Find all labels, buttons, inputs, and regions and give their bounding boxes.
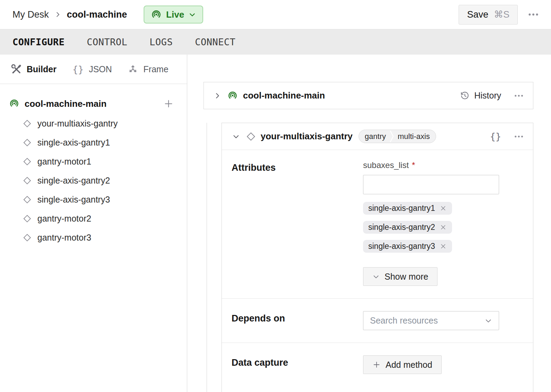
- tree-item-your-multiaxis-gantry[interactable]: your-multiaxis-gantry: [0, 114, 187, 133]
- tree-item-label: your-multiaxis-gantry: [37, 119, 118, 129]
- chip-label: single-axis-gantry3: [368, 242, 435, 251]
- broadcast-icon: [9, 99, 19, 109]
- component-diamond-icon: [246, 132, 256, 141]
- component-diamond-icon: [23, 119, 31, 128]
- required-marker: *: [412, 160, 415, 170]
- history-clock-icon: [460, 91, 470, 101]
- tree-item-label: single-axis-gantry3: [37, 195, 110, 205]
- component-diamond-icon: [23, 157, 31, 166]
- tag-divider-chevron: [389, 130, 394, 143]
- tree-item-gantry-motor1[interactable]: gantry-motor1: [0, 152, 187, 171]
- live-status-badge[interactable]: Live: [144, 6, 203, 24]
- tools-icon: [11, 64, 21, 74]
- history-label: History: [474, 91, 501, 101]
- tree-item-single-axis-gantry1[interactable]: single-axis-gantry1: [0, 133, 187, 152]
- chevron-right-icon: [54, 11, 61, 18]
- collapse-chevron-down-icon[interactable]: [232, 133, 240, 140]
- search-resources-select[interactable]: Search resources: [363, 311, 499, 330]
- add-method-button[interactable]: Add method: [363, 355, 442, 374]
- remove-chip-button[interactable]: [440, 243, 447, 250]
- subaxes-list-input[interactable]: [363, 175, 499, 194]
- show-more-button[interactable]: Show more: [363, 267, 437, 286]
- expand-chevron-right-icon[interactable]: [214, 92, 221, 100]
- mode-frame-label: Frame: [143, 64, 168, 74]
- tree-item-single-axis-gantry3[interactable]: single-axis-gantry3: [0, 190, 187, 209]
- tree-item-label: gantry-motor1: [37, 157, 91, 167]
- ellipsis-icon: [514, 91, 524, 101]
- depends-on-section: Depends on Search resources: [222, 298, 533, 343]
- breadcrumb: My Desk cool-machine: [12, 9, 127, 20]
- depends-on-heading: Depends on: [232, 311, 363, 330]
- select-placeholder: Search resources: [370, 316, 438, 326]
- chip-single-axis-gantry2: single-axis-gantry2: [363, 221, 452, 234]
- main-tabbar: CONFIGURE CONTROL LOGS CONNECT: [0, 29, 551, 55]
- tag-multi-axis: multi-axis: [394, 130, 436, 143]
- ellipsis-icon: [514, 131, 524, 142]
- mode-json[interactable]: {} JSON: [72, 64, 112, 75]
- component-card-header: your-multiaxis-gantry gantry multi-axis …: [222, 123, 533, 150]
- builder-sidebar: Builder {} JSON Frame: [0, 55, 187, 392]
- history-button[interactable]: History: [460, 91, 501, 101]
- more-options-button[interactable]: [514, 131, 524, 142]
- top-header: My Desk cool-machine Live Save ⌘S: [0, 0, 551, 29]
- attributes-fields: subaxes_list * single-axis-gantry1 singl…: [363, 160, 499, 286]
- tag-gantry: gantry: [359, 130, 389, 143]
- breadcrumb-parent-link[interactable]: My Desk: [12, 9, 49, 20]
- save-shortcut: ⌘S: [494, 9, 509, 20]
- tab-connect[interactable]: CONNECT: [195, 37, 235, 47]
- chevron-down-icon: [485, 317, 492, 325]
- machine-part-title: cool-machine-main: [243, 90, 325, 101]
- component-type-tags: gantry multi-axis: [359, 130, 436, 143]
- subaxes-chip-list: single-axis-gantry1 single-axis-gantry2: [363, 202, 452, 253]
- connector-line: [207, 123, 207, 392]
- broadcast-icon: [227, 91, 238, 101]
- chip-single-axis-gantry3: single-axis-gantry3: [363, 240, 452, 253]
- view-mode-switcher: Builder {} JSON Frame: [0, 55, 187, 84]
- chip-label: single-axis-gantry2: [368, 223, 435, 232]
- component-diamond-icon: [23, 214, 31, 223]
- show-more-label: Show more: [385, 272, 428, 282]
- tree-item-gantry-motor3[interactable]: gantry-motor3: [0, 228, 187, 247]
- tree-item-label: single-axis-gantry2: [37, 176, 110, 186]
- tree-root-label: cool-machine-main: [25, 99, 107, 109]
- tree-root-machine[interactable]: cool-machine-main: [0, 93, 187, 114]
- breadcrumb-current: cool-machine: [67, 9, 127, 20]
- broadcast-icon: [151, 9, 162, 20]
- tree-item-label: single-axis-gantry1: [37, 138, 110, 148]
- data-capture-heading: Data capture: [232, 355, 363, 374]
- component-diamond-icon: [23, 176, 31, 185]
- mode-frame[interactable]: Frame: [128, 64, 168, 74]
- remove-chip-button[interactable]: [440, 205, 447, 212]
- chip-label: single-axis-gantry1: [368, 204, 435, 213]
- frame-axes-icon: [128, 64, 138, 74]
- component-diamond-icon: [23, 233, 31, 242]
- more-options-button[interactable]: [527, 9, 539, 20]
- live-label: Live: [166, 9, 184, 20]
- field-name: subaxes_list: [363, 160, 409, 170]
- component-diamond-icon: [23, 138, 31, 147]
- tree-item-gantry-motor2[interactable]: gantry-motor2: [0, 209, 187, 228]
- plus-icon: [372, 361, 381, 369]
- mode-json-label: JSON: [89, 64, 112, 74]
- tab-control[interactable]: CONTROL: [87, 37, 127, 47]
- tab-logs[interactable]: LOGS: [150, 37, 173, 47]
- ellipsis-icon: [527, 9, 539, 20]
- save-button[interactable]: Save ⌘S: [459, 5, 518, 25]
- chip-single-axis-gantry1: single-axis-gantry1: [363, 202, 452, 215]
- attributes-heading: Attributes: [232, 160, 363, 286]
- chevron-down-icon: [189, 11, 196, 18]
- json-braces-button[interactable]: {}: [490, 131, 501, 142]
- save-label: Save: [467, 9, 488, 20]
- chevron-down-icon: [372, 273, 380, 280]
- mode-builder[interactable]: Builder: [11, 64, 56, 74]
- remove-chip-button[interactable]: [440, 224, 447, 231]
- data-capture-fields: Add method: [363, 355, 442, 374]
- add-component-button[interactable]: [163, 99, 174, 109]
- tree-item-label: gantry-motor2: [37, 214, 91, 224]
- machine-part-card: cool-machine-main History: [204, 82, 533, 109]
- tree-item-single-axis-gantry2[interactable]: single-axis-gantry2: [0, 171, 187, 190]
- resource-tree: cool-machine-main your-multiaxis-gantry …: [0, 84, 187, 247]
- braces-icon: {}: [72, 64, 84, 75]
- tab-configure[interactable]: CONFIGURE: [12, 37, 65, 47]
- more-options-button[interactable]: [514, 91, 524, 101]
